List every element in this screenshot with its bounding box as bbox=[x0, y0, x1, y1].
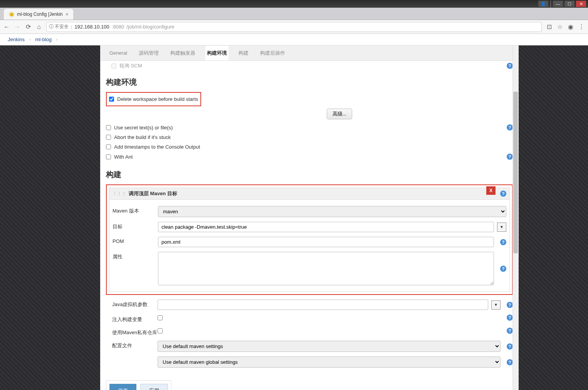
save-button[interactable]: 保存 bbox=[109, 384, 136, 390]
help-icon[interactable]: ? bbox=[507, 315, 513, 321]
settings-select[interactable]: Use default maven settings bbox=[158, 341, 501, 352]
window-separator bbox=[550, 0, 551, 7]
delete-workspace-checkbox[interactable] bbox=[109, 97, 114, 102]
address-bar: ← → ⟳ ⌂ ⓘ 不安全 | 192.168.10.100:8080/job/… bbox=[0, 20, 588, 34]
section-title-build: 构建 bbox=[106, 169, 513, 180]
breadcrumb-sep-icon: › bbox=[29, 37, 30, 42]
url-path: /job/ml-blog/configure bbox=[126, 24, 174, 30]
help-icon[interactable]: ? bbox=[507, 154, 513, 160]
browser-tab-active[interactable]: 🙂 ml-blog Config [Jenkin × bbox=[4, 9, 73, 20]
window-user-icon[interactable]: 👤 bbox=[538, 0, 549, 7]
apply-button[interactable]: 应用 bbox=[140, 384, 168, 390]
tab-triggers[interactable]: 构建触发器 bbox=[169, 46, 197, 60]
drag-grip-icon[interactable]: ⋮⋮⋮ bbox=[113, 191, 126, 196]
help-icon[interactable]: ? bbox=[500, 191, 506, 197]
expand-goals-button[interactable]: ▼ bbox=[497, 223, 506, 232]
poll-scm-label: 轮询 SCM bbox=[119, 62, 142, 69]
home-icon[interactable]: ⌂ bbox=[35, 23, 42, 30]
insecure-badge: ⓘ 不安全 bbox=[49, 23, 69, 30]
props-textarea[interactable] bbox=[158, 252, 494, 285]
inject-label: 注入构建变量 bbox=[112, 315, 158, 323]
window-maximize-button[interactable]: ☐ bbox=[564, 0, 575, 7]
use-secret-checkbox[interactable] bbox=[106, 125, 111, 130]
translate-icon[interactable]: ⊡ bbox=[546, 23, 553, 30]
help-icon[interactable]: ? bbox=[507, 124, 513, 131]
goals-input[interactable] bbox=[158, 222, 494, 232]
abort-stuck-checkbox[interactable] bbox=[106, 135, 111, 140]
help-icon[interactable]: ? bbox=[500, 239, 506, 245]
back-icon[interactable]: ← bbox=[3, 23, 10, 30]
abort-stuck-label: Abort the build if it's stuck bbox=[114, 134, 171, 140]
delete-step-button[interactable]: X bbox=[486, 186, 496, 195]
breadcrumb-jenkins[interactable]: Jenkins bbox=[8, 37, 25, 42]
window-minimize-button[interactable]: — bbox=[553, 0, 563, 7]
private-repo-checkbox[interactable] bbox=[158, 328, 163, 333]
delete-workspace-row[interactable]: Delete workspace before build starts bbox=[109, 94, 198, 104]
with-ant-checkbox[interactable] bbox=[106, 154, 111, 159]
build-step-title: 调用顶层 Maven 目标 bbox=[129, 190, 177, 197]
maven-version-select[interactable]: maven bbox=[158, 206, 506, 217]
jenkins-favicon-icon: 🙂 bbox=[8, 11, 15, 17]
build-step-header[interactable]: ⋮⋮⋮ 调用顶层 Maven 目标 X ? bbox=[109, 188, 509, 200]
maven-version-label: Maven 版本 bbox=[113, 206, 158, 214]
pom-input[interactable] bbox=[158, 237, 494, 247]
browser-tab-strip: 🙂 ml-blog Config [Jenkin × bbox=[0, 8, 588, 20]
help-icon[interactable]: ? bbox=[507, 359, 513, 365]
goals-label: 目标 bbox=[113, 222, 158, 230]
scroll-thumb[interactable] bbox=[513, 92, 518, 253]
global-settings-select[interactable]: Use default maven global settings bbox=[158, 357, 501, 368]
url-host: 192.168.10.100 bbox=[74, 24, 109, 30]
url-port: :8080 bbox=[112, 24, 124, 30]
timestamps-checkbox[interactable] bbox=[106, 144, 111, 149]
help-icon[interactable]: ? bbox=[507, 343, 513, 350]
tab-build[interactable]: 构建 bbox=[237, 46, 250, 60]
info-icon: ⓘ bbox=[49, 23, 54, 30]
tab-general[interactable]: General bbox=[108, 46, 129, 60]
inject-checkbox[interactable] bbox=[158, 315, 163, 320]
expand-jvm-button[interactable]: ▼ bbox=[491, 300, 501, 310]
breadcrumb: Jenkins › ml-blog › bbox=[0, 34, 588, 45]
window-title-bar: 👤 — ☐ ✕ bbox=[0, 0, 588, 8]
help-icon[interactable]: ? bbox=[507, 328, 513, 334]
forward-icon[interactable]: → bbox=[14, 23, 21, 30]
config-tabs: General 源码管理 构建触发器 构建环境 构建 构建后操作 bbox=[100, 45, 519, 61]
with-ant-label: With Ant bbox=[114, 154, 133, 160]
extension-icon[interactable]: ◉ bbox=[567, 23, 574, 30]
left-gutter bbox=[0, 45, 100, 390]
reload-icon[interactable]: ⟳ bbox=[25, 23, 32, 30]
window-close-button[interactable]: ✕ bbox=[576, 0, 586, 7]
form-footer: 保存 应用 bbox=[106, 380, 171, 390]
breadcrumb-sep-icon: › bbox=[56, 37, 57, 42]
tab-scm[interactable]: 源码管理 bbox=[137, 46, 160, 60]
help-icon[interactable]: ? bbox=[507, 302, 513, 308]
poll-scm-checkbox[interactable] bbox=[111, 64, 116, 69]
global-settings-label bbox=[112, 357, 158, 358]
advanced-button[interactable]: 高级... bbox=[327, 109, 353, 119]
help-icon[interactable]: ? bbox=[507, 63, 513, 69]
section-title-env: 构建环境 bbox=[106, 77, 513, 87]
jvm-label: Java虚拟机参数 bbox=[112, 300, 158, 308]
config-content: General 源码管理 构建触发器 构建环境 构建 构建后操作 轮询 SCM … bbox=[100, 45, 519, 390]
menu-icon[interactable]: ⋮ bbox=[578, 23, 585, 30]
tab-title: ml-blog Config [Jenkin bbox=[17, 12, 63, 17]
timestamps-label: Add timestamps to the Console Output bbox=[114, 144, 200, 150]
right-gutter bbox=[519, 45, 588, 390]
settings-label: 配置文件 bbox=[112, 341, 158, 349]
jvm-input[interactable] bbox=[158, 300, 488, 310]
bookmark-icon[interactable]: ☆ bbox=[556, 23, 563, 30]
tab-env[interactable]: 构建环境 bbox=[205, 46, 228, 60]
tab-post[interactable]: 构建后操作 bbox=[259, 46, 287, 60]
vertical-scrollbar[interactable] bbox=[512, 45, 519, 390]
breadcrumb-job[interactable]: ml-blog bbox=[35, 37, 52, 42]
url-field[interactable]: ⓘ 不安全 | 192.168.10.100:8080/job/ml-blog/… bbox=[46, 22, 542, 32]
use-secret-label: Use secret text(s) or file(s) bbox=[114, 125, 173, 131]
delete-workspace-label: Delete workspace before build starts bbox=[117, 96, 198, 102]
private-repo-label: 使用Maven私有仓库 bbox=[112, 328, 158, 336]
tab-close-icon[interactable]: × bbox=[66, 11, 69, 17]
pom-label: POM bbox=[113, 237, 158, 244]
props-label: 属性 bbox=[113, 252, 158, 260]
help-icon[interactable]: ? bbox=[500, 266, 506, 272]
